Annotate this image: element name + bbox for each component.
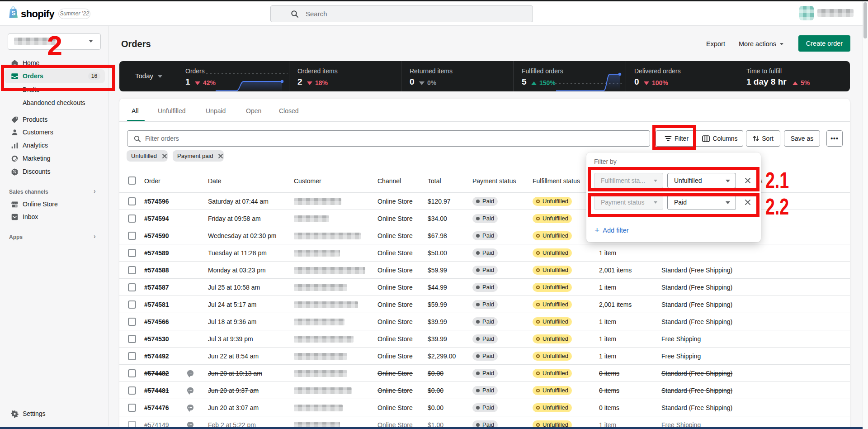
svg-text:S: S — [11, 10, 16, 16]
